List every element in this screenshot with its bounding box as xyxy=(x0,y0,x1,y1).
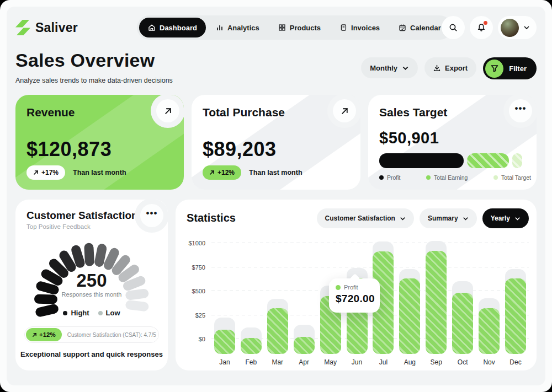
x-tick-label: Oct xyxy=(449,358,476,366)
chevron-down-icon xyxy=(523,24,530,31)
chart-ylabels: $0$25$500$750$1000 xyxy=(181,238,209,354)
period-dropdown-label: Monthly xyxy=(370,64,397,72)
responses-count: 250 xyxy=(15,270,168,291)
csat-score-text: Customer Satisfaction (CSAT): 4.7/5 xyxy=(67,332,156,338)
gauge-legend: HightLow xyxy=(15,309,168,317)
export-button[interactable]: Export xyxy=(424,57,476,78)
legend-dot xyxy=(426,175,431,180)
arrow-up-right-icon xyxy=(164,107,172,115)
progress-segment-total-target xyxy=(512,153,523,168)
bar-nov[interactable] xyxy=(479,308,500,354)
y-tick-label: $500 xyxy=(192,288,205,294)
products-icon xyxy=(278,24,286,31)
legend-label: Total Earning xyxy=(434,174,468,181)
user-menu[interactable] xyxy=(498,16,537,39)
calendar-icon xyxy=(399,24,406,31)
ellipsis-icon: ••• xyxy=(146,211,158,221)
arrow-up-right-icon xyxy=(209,170,215,175)
nav-item-invoices[interactable]: Invoices xyxy=(331,18,389,37)
chart-xlabels: JanFebMarAprMayJunJulAugSepOctNovDec xyxy=(211,358,529,367)
filter-button[interactable]: Filter xyxy=(483,57,537,79)
bar-jan[interactable] xyxy=(214,330,235,354)
header-actions: Monthly Export Filter xyxy=(361,57,537,79)
progress-segment-profit xyxy=(379,153,464,168)
nav-item-products[interactable]: Products xyxy=(269,18,330,37)
satisfaction-menu-button[interactable]: ••• xyxy=(140,204,163,227)
revenue-delta-badge: +17% xyxy=(26,165,65,180)
chart-tooltip: Profit $720.00 xyxy=(329,278,380,313)
revenue-open-button[interactable] xyxy=(156,99,179,122)
revenue-card-title: Revenue xyxy=(26,106,75,119)
nav-item-analytics[interactable]: Analytics xyxy=(207,18,268,37)
legend-dot xyxy=(98,311,103,315)
bar-aug[interactable] xyxy=(399,278,420,354)
y-tick-label: $0 xyxy=(199,336,205,342)
y-tick-label: $750 xyxy=(192,264,205,271)
tooltip-series-label: Profit xyxy=(344,284,358,291)
analytics-icon xyxy=(216,24,224,31)
bar-apr[interactable] xyxy=(294,337,315,354)
responses-count-label: Responses this month xyxy=(15,291,168,298)
filter-dropdown-label: Customer Satisfaction xyxy=(325,214,395,222)
gauge-legend-item: Hight xyxy=(63,309,89,317)
revenue-value: $120,873 xyxy=(26,138,112,161)
bar-feb[interactable] xyxy=(241,338,262,354)
satisfaction-footnote: Exceptional support and quick responses xyxy=(15,350,168,358)
chevron-down-icon xyxy=(402,65,409,72)
legend-dot xyxy=(379,175,384,180)
x-tick-label: Mar xyxy=(264,358,291,366)
chart-gridline xyxy=(211,267,529,267)
notifications-button[interactable] xyxy=(470,16,493,39)
filter-dropdown-summary[interactable]: Summary xyxy=(420,208,477,228)
download-icon xyxy=(433,65,440,72)
customer-satisfaction-card: Customer Satisfaction Top Positive Feedb… xyxy=(15,200,168,370)
filter-dropdown-label: Summary xyxy=(428,214,458,222)
dashboard-icon xyxy=(148,24,156,31)
gauge-legend-item: Low xyxy=(98,309,120,317)
progress-segment-total-earning xyxy=(467,153,508,168)
bar-mar[interactable] xyxy=(267,308,288,354)
tooltip-value: $720.00 xyxy=(336,293,373,305)
filter-dropdown-label: Yearly xyxy=(491,214,510,222)
total-purchase-delta-label: +12% xyxy=(217,169,235,176)
total-purchase-open-button[interactable] xyxy=(333,99,356,122)
brand-name: Saliver xyxy=(35,20,78,35)
filter-button-label: Filter xyxy=(509,65,527,73)
x-tick-label: Jul xyxy=(370,358,396,366)
sales-target-card: Sales Target $50,901 ProfitTotal Earning… xyxy=(368,95,537,190)
y-tick-label: $25 xyxy=(195,312,205,319)
x-tick-label: Aug xyxy=(396,358,423,366)
arrow-up-right-icon xyxy=(32,332,37,337)
x-tick-label: Dec xyxy=(502,358,529,366)
app-window: Saliver DashboardAnalyticsProductsInvoic… xyxy=(0,0,552,392)
period-dropdown[interactable]: Monthly xyxy=(361,57,418,78)
bar-dec[interactable] xyxy=(505,278,526,354)
invoices-icon xyxy=(339,24,347,31)
chart-plot: Profit $720.00 xyxy=(211,238,529,354)
arrow-up-right-icon xyxy=(33,170,39,175)
x-tick-label: Jun xyxy=(344,358,370,366)
chevron-down-icon xyxy=(400,216,406,222)
chevron-down-icon xyxy=(463,216,469,222)
x-tick-label: May xyxy=(317,358,344,366)
filter-dropdown-customer-satisfaction[interactable]: Customer Satisfaction xyxy=(317,208,414,228)
nav-item-dashboard[interactable]: Dashboard xyxy=(139,18,206,37)
search-button[interactable] xyxy=(442,16,465,39)
revenue-card: Revenue $120,873 +17% Than last month xyxy=(15,95,184,190)
nav-item-label: Invoices xyxy=(351,24,380,32)
x-tick-label: Nov xyxy=(476,358,502,366)
legend-label: Profit xyxy=(387,174,401,181)
legend-item: Total Earning xyxy=(426,174,468,181)
bar-sep[interactable] xyxy=(426,251,447,354)
bar-oct[interactable] xyxy=(452,293,473,354)
filter-dropdown-yearly[interactable]: Yearly xyxy=(482,208,529,228)
legend-item: Profit xyxy=(379,174,401,181)
sales-target-menu-button[interactable]: ••• xyxy=(509,99,532,122)
nav-item-label: Dashboard xyxy=(160,24,197,32)
total-purchase-delta-badge: +12% xyxy=(203,165,241,180)
filter-icon xyxy=(485,60,503,78)
total-purchase-card-title: Total Purchase xyxy=(203,106,285,119)
gauge-segment xyxy=(84,243,94,266)
statistics-filters: Customer SatisfactionSummaryYearly xyxy=(317,208,529,228)
nav-item-calendar[interactable]: Calendar xyxy=(390,18,450,37)
